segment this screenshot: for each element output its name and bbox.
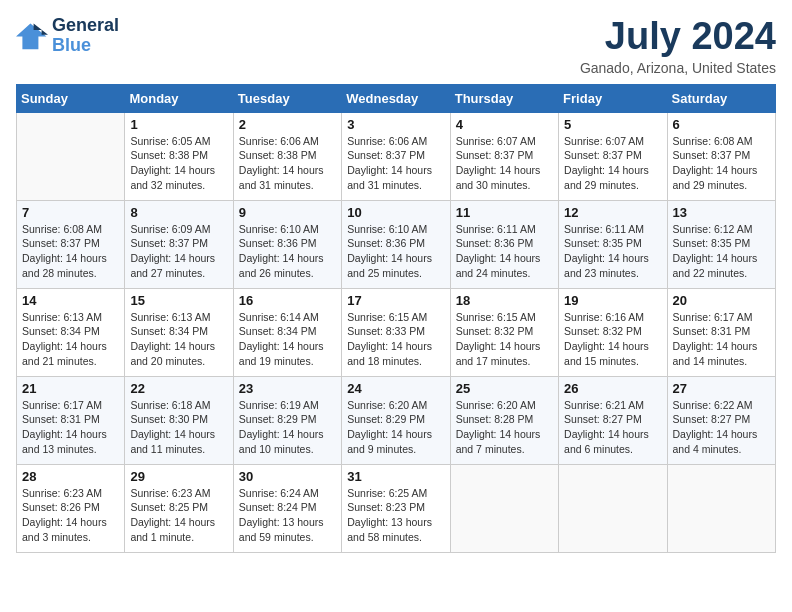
day-number: 27 bbox=[673, 381, 770, 396]
day-number: 3 bbox=[347, 117, 444, 132]
day-info: Sunrise: 6:10 AM Sunset: 8:36 PM Dayligh… bbox=[239, 222, 336, 281]
day-info: Sunrise: 6:25 AM Sunset: 8:23 PM Dayligh… bbox=[347, 486, 444, 545]
day-info: Sunrise: 6:06 AM Sunset: 8:37 PM Dayligh… bbox=[347, 134, 444, 193]
calendar-table: SundayMondayTuesdayWednesdayThursdayFrid… bbox=[16, 84, 776, 553]
day-number: 1 bbox=[130, 117, 227, 132]
day-number: 8 bbox=[130, 205, 227, 220]
day-header-monday: Monday bbox=[125, 84, 233, 112]
day-info: Sunrise: 6:07 AM Sunset: 8:37 PM Dayligh… bbox=[456, 134, 553, 193]
day-number: 5 bbox=[564, 117, 661, 132]
day-number: 21 bbox=[22, 381, 119, 396]
day-info: Sunrise: 6:09 AM Sunset: 8:37 PM Dayligh… bbox=[130, 222, 227, 281]
day-info: Sunrise: 6:21 AM Sunset: 8:27 PM Dayligh… bbox=[564, 398, 661, 457]
logo-icon bbox=[16, 22, 48, 50]
calendar-cell: 6Sunrise: 6:08 AM Sunset: 8:37 PM Daylig… bbox=[667, 112, 775, 200]
day-number: 28 bbox=[22, 469, 119, 484]
week-row-5: 28Sunrise: 6:23 AM Sunset: 8:26 PM Dayli… bbox=[17, 464, 776, 552]
calendar-cell: 30Sunrise: 6:24 AM Sunset: 8:24 PM Dayli… bbox=[233, 464, 341, 552]
day-info: Sunrise: 6:12 AM Sunset: 8:35 PM Dayligh… bbox=[673, 222, 770, 281]
day-number: 7 bbox=[22, 205, 119, 220]
calendar-cell: 4Sunrise: 6:07 AM Sunset: 8:37 PM Daylig… bbox=[450, 112, 558, 200]
day-info: Sunrise: 6:17 AM Sunset: 8:31 PM Dayligh… bbox=[673, 310, 770, 369]
day-number: 20 bbox=[673, 293, 770, 308]
calendar-cell: 26Sunrise: 6:21 AM Sunset: 8:27 PM Dayli… bbox=[559, 376, 667, 464]
day-header-saturday: Saturday bbox=[667, 84, 775, 112]
day-number: 24 bbox=[347, 381, 444, 396]
day-info: Sunrise: 6:16 AM Sunset: 8:32 PM Dayligh… bbox=[564, 310, 661, 369]
calendar-cell: 10Sunrise: 6:10 AM Sunset: 8:36 PM Dayli… bbox=[342, 200, 450, 288]
calendar-cell: 20Sunrise: 6:17 AM Sunset: 8:31 PM Dayli… bbox=[667, 288, 775, 376]
day-header-wednesday: Wednesday bbox=[342, 84, 450, 112]
calendar-cell: 19Sunrise: 6:16 AM Sunset: 8:32 PM Dayli… bbox=[559, 288, 667, 376]
logo: General Blue bbox=[16, 16, 119, 56]
day-info: Sunrise: 6:15 AM Sunset: 8:33 PM Dayligh… bbox=[347, 310, 444, 369]
day-number: 17 bbox=[347, 293, 444, 308]
day-info: Sunrise: 6:20 AM Sunset: 8:29 PM Dayligh… bbox=[347, 398, 444, 457]
day-number: 6 bbox=[673, 117, 770, 132]
calendar-cell: 15Sunrise: 6:13 AM Sunset: 8:34 PM Dayli… bbox=[125, 288, 233, 376]
calendar-cell bbox=[667, 464, 775, 552]
calendar-cell: 21Sunrise: 6:17 AM Sunset: 8:31 PM Dayli… bbox=[17, 376, 125, 464]
calendar-cell: 8Sunrise: 6:09 AM Sunset: 8:37 PM Daylig… bbox=[125, 200, 233, 288]
month-title: July 2024 bbox=[580, 16, 776, 58]
day-number: 18 bbox=[456, 293, 553, 308]
svg-marker-0 bbox=[16, 23, 46, 49]
day-number: 10 bbox=[347, 205, 444, 220]
day-number: 23 bbox=[239, 381, 336, 396]
header-row: SundayMondayTuesdayWednesdayThursdayFrid… bbox=[17, 84, 776, 112]
day-header-thursday: Thursday bbox=[450, 84, 558, 112]
calendar-cell: 31Sunrise: 6:25 AM Sunset: 8:23 PM Dayli… bbox=[342, 464, 450, 552]
calendar-cell: 25Sunrise: 6:20 AM Sunset: 8:28 PM Dayli… bbox=[450, 376, 558, 464]
day-info: Sunrise: 6:23 AM Sunset: 8:25 PM Dayligh… bbox=[130, 486, 227, 545]
calendar-cell: 23Sunrise: 6:19 AM Sunset: 8:29 PM Dayli… bbox=[233, 376, 341, 464]
calendar-cell: 18Sunrise: 6:15 AM Sunset: 8:32 PM Dayli… bbox=[450, 288, 558, 376]
day-info: Sunrise: 6:11 AM Sunset: 8:36 PM Dayligh… bbox=[456, 222, 553, 281]
day-number: 2 bbox=[239, 117, 336, 132]
day-number: 12 bbox=[564, 205, 661, 220]
day-number: 22 bbox=[130, 381, 227, 396]
day-number: 11 bbox=[456, 205, 553, 220]
calendar-cell: 2Sunrise: 6:06 AM Sunset: 8:38 PM Daylig… bbox=[233, 112, 341, 200]
calendar-cell: 24Sunrise: 6:20 AM Sunset: 8:29 PM Dayli… bbox=[342, 376, 450, 464]
day-info: Sunrise: 6:24 AM Sunset: 8:24 PM Dayligh… bbox=[239, 486, 336, 545]
calendar-cell: 5Sunrise: 6:07 AM Sunset: 8:37 PM Daylig… bbox=[559, 112, 667, 200]
calendar-cell: 11Sunrise: 6:11 AM Sunset: 8:36 PM Dayli… bbox=[450, 200, 558, 288]
day-number: 26 bbox=[564, 381, 661, 396]
day-info: Sunrise: 6:23 AM Sunset: 8:26 PM Dayligh… bbox=[22, 486, 119, 545]
day-info: Sunrise: 6:22 AM Sunset: 8:27 PM Dayligh… bbox=[673, 398, 770, 457]
day-info: Sunrise: 6:17 AM Sunset: 8:31 PM Dayligh… bbox=[22, 398, 119, 457]
day-number: 29 bbox=[130, 469, 227, 484]
day-header-tuesday: Tuesday bbox=[233, 84, 341, 112]
day-number: 4 bbox=[456, 117, 553, 132]
calendar-cell: 12Sunrise: 6:11 AM Sunset: 8:35 PM Dayli… bbox=[559, 200, 667, 288]
day-info: Sunrise: 6:10 AM Sunset: 8:36 PM Dayligh… bbox=[347, 222, 444, 281]
day-number: 14 bbox=[22, 293, 119, 308]
day-number: 25 bbox=[456, 381, 553, 396]
calendar-cell: 28Sunrise: 6:23 AM Sunset: 8:26 PM Dayli… bbox=[17, 464, 125, 552]
calendar-cell: 27Sunrise: 6:22 AM Sunset: 8:27 PM Dayli… bbox=[667, 376, 775, 464]
title-block: July 2024 Ganado, Arizona, United States bbox=[580, 16, 776, 76]
week-row-2: 7Sunrise: 6:08 AM Sunset: 8:37 PM Daylig… bbox=[17, 200, 776, 288]
calendar-cell: 13Sunrise: 6:12 AM Sunset: 8:35 PM Dayli… bbox=[667, 200, 775, 288]
calendar-cell: 7Sunrise: 6:08 AM Sunset: 8:37 PM Daylig… bbox=[17, 200, 125, 288]
day-info: Sunrise: 6:13 AM Sunset: 8:34 PM Dayligh… bbox=[130, 310, 227, 369]
day-info: Sunrise: 6:20 AM Sunset: 8:28 PM Dayligh… bbox=[456, 398, 553, 457]
calendar-cell: 29Sunrise: 6:23 AM Sunset: 8:25 PM Dayli… bbox=[125, 464, 233, 552]
location: Ganado, Arizona, United States bbox=[580, 60, 776, 76]
week-row-4: 21Sunrise: 6:17 AM Sunset: 8:31 PM Dayli… bbox=[17, 376, 776, 464]
day-number: 15 bbox=[130, 293, 227, 308]
calendar-cell bbox=[450, 464, 558, 552]
day-info: Sunrise: 6:08 AM Sunset: 8:37 PM Dayligh… bbox=[22, 222, 119, 281]
day-info: Sunrise: 6:13 AM Sunset: 8:34 PM Dayligh… bbox=[22, 310, 119, 369]
day-info: Sunrise: 6:18 AM Sunset: 8:30 PM Dayligh… bbox=[130, 398, 227, 457]
day-info: Sunrise: 6:15 AM Sunset: 8:32 PM Dayligh… bbox=[456, 310, 553, 369]
calendar-cell bbox=[559, 464, 667, 552]
day-number: 30 bbox=[239, 469, 336, 484]
calendar-cell: 1Sunrise: 6:05 AM Sunset: 8:38 PM Daylig… bbox=[125, 112, 233, 200]
calendar-cell bbox=[17, 112, 125, 200]
week-row-1: 1Sunrise: 6:05 AM Sunset: 8:38 PM Daylig… bbox=[17, 112, 776, 200]
day-info: Sunrise: 6:05 AM Sunset: 8:38 PM Dayligh… bbox=[130, 134, 227, 193]
day-number: 16 bbox=[239, 293, 336, 308]
week-row-3: 14Sunrise: 6:13 AM Sunset: 8:34 PM Dayli… bbox=[17, 288, 776, 376]
day-number: 9 bbox=[239, 205, 336, 220]
